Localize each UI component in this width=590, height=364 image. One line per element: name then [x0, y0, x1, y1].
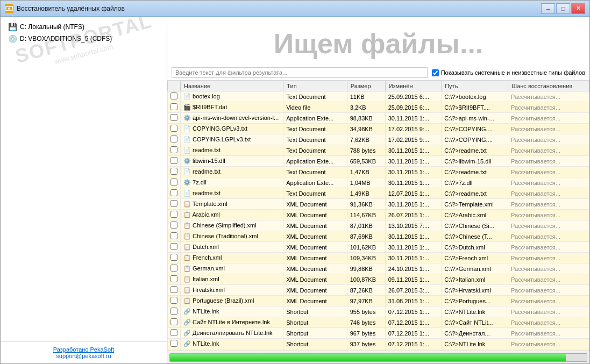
table-row[interactable]: 📄 COPYING.GPLv3.txtText Document34,98KB1…	[168, 124, 589, 134]
col-path[interactable]: Путь	[442, 81, 508, 91]
filter-input[interactable]	[172, 67, 428, 78]
file-chance: Рассчитывается...	[508, 339, 589, 349]
row-checkbox[interactable]	[170, 286, 177, 293]
table-row[interactable]: 🎬 $RII9BFT.datVideo file3,2KB25.09.2015 …	[168, 102, 589, 113]
table-row[interactable]: 📄 COPYING.LGPLv3.txtText Document7,62KB1…	[168, 134, 589, 145]
show-system-checkbox[interactable]	[432, 69, 439, 76]
table-row[interactable]: ⚙️ 7z.dllApplication Exte...1,04MB30.11.…	[168, 177, 589, 188]
row-checkbox[interactable]	[170, 340, 177, 347]
file-type: Shortcut	[283, 317, 347, 328]
file-chance: Рассчитывается...	[508, 113, 589, 124]
row-checkbox[interactable]	[170, 92, 177, 99]
table-header-row: Название Тип Размер Изменён Путь Шанс во…	[168, 81, 589, 91]
table-row[interactable]: 🔗 NTLite.lnkShortcut955 bytes07.12.2015 …	[168, 306, 589, 317]
row-checkbox[interactable]	[170, 125, 177, 132]
table-row[interactable]: 📋 Dutch.xmlXML Document101,62KB30.11.201…	[168, 242, 589, 253]
file-date: 30.11.2015 1:...	[385, 113, 442, 124]
maximize-button[interactable]: □	[556, 3, 570, 14]
support-email: support@pekasoft.ru	[56, 353, 111, 359]
file-table-container[interactable]: Название Тип Размер Изменён Путь Шанс во…	[167, 81, 589, 351]
col-type[interactable]: Тип	[283, 81, 347, 91]
drive-item-d[interactable]: 💿 D: VBOXADDITIONS_5 (CDFS)	[5, 33, 162, 45]
row-checkbox[interactable]	[170, 243, 177, 250]
file-name: 📋 Chinese (Simplified).xml	[181, 220, 283, 231]
table-row[interactable]: 🔗 NTLite.lnkShortcut937 bytes07.12.2015 …	[168, 339, 589, 349]
row-checkbox[interactable]	[170, 297, 177, 304]
col-chance[interactable]: Шанс восстановления	[508, 81, 589, 91]
table-row[interactable]: 📋 German.xmlXML Document99,88KB24.10.201…	[168, 263, 589, 274]
row-checkbox[interactable]	[170, 168, 177, 175]
table-row[interactable]: 🔗 Сайт NTLite в Интернете.lnkShortcut746…	[168, 317, 589, 328]
file-date: 26.07.2015 1:...	[385, 210, 442, 220]
col-size[interactable]: Размер	[347, 81, 385, 91]
file-size: 34,98KB	[347, 124, 385, 134]
file-chance: Рассчитывается...	[508, 102, 589, 113]
file-size: 109,34KB	[347, 253, 385, 263]
file-type: XML Document	[283, 242, 347, 253]
app-icon	[5, 4, 13, 13]
row-checkbox[interactable]	[170, 179, 177, 185]
table-row[interactable]: 📄 bootex.logText Document11KB25.09.2015 …	[168, 91, 589, 102]
table-row[interactable]: 📄 readme.txtText Document788 bytes30.11.…	[168, 145, 589, 156]
file-name: 📋 Hrvatski.xml	[181, 285, 283, 296]
file-name: 📋 Italian.xml	[181, 274, 283, 285]
table-row[interactable]: 📋 Arabic.xmlXML Document114,67KB26.07.20…	[168, 210, 589, 220]
table-row[interactable]: 🔗 Деинсталлировать NTLite.lnkShortcut967…	[168, 328, 589, 339]
row-checkbox[interactable]	[170, 189, 177, 196]
file-type: Text Document	[283, 134, 347, 145]
row-checkbox[interactable]	[170, 265, 177, 272]
show-system-label[interactable]: Показывать системные и неизвестные типы …	[432, 69, 585, 76]
file-path: C:\?>Portugues...	[442, 296, 508, 306]
row-checkbox[interactable]	[170, 114, 177, 121]
drive-item-c[interactable]: 💾 C: Локальный (NTFS)	[5, 21, 162, 33]
file-type-icon: ⚙️	[183, 115, 193, 121]
file-size: 3,2KB	[347, 102, 385, 113]
table-row[interactable]: 📋 Hrvatski.xmlXML Document87,26KB26.07.2…	[168, 285, 589, 296]
file-type: Text Document	[283, 145, 347, 156]
file-type-icon: 🎬	[183, 104, 193, 110]
row-checkbox[interactable]	[170, 157, 177, 164]
table-row[interactable]: 📄 readme.txtText Document1,47KB30.11.201…	[168, 167, 589, 177]
row-checkbox[interactable]	[170, 146, 177, 153]
table-row[interactable]: 📋 Chinese (Simplified).xmlXML Document87…	[168, 220, 589, 231]
file-chance: Рассчитывается...	[508, 253, 589, 263]
col-name[interactable]: Название	[181, 81, 283, 91]
table-row[interactable]: ⚙️ api-ms-win-downlevel-version-l...Appl…	[168, 113, 589, 124]
row-checkbox[interactable]	[170, 135, 177, 142]
table-row[interactable]: 📋 Portuguese (Brazil).xmlXML Document97,…	[168, 296, 589, 306]
row-checkbox[interactable]	[170, 308, 177, 315]
svg-point-1	[8, 8, 10, 10]
file-name: 🔗 Сайт NTLite в Интернете.lnk	[181, 317, 283, 328]
row-checkbox[interactable]	[170, 103, 177, 110]
table-row[interactable]: 📋 French.xmlXML Document109,34KB30.11.20…	[168, 253, 589, 263]
table-row[interactable]: 📋 Template.xmlXML Document91,36KB30.11.2…	[168, 199, 589, 210]
file-chance: Рассчитывается...	[508, 145, 589, 156]
file-date: 07.12.2015 1:...	[385, 328, 442, 339]
row-checkbox[interactable]	[170, 329, 177, 336]
close-button[interactable]: ✕	[571, 3, 585, 14]
developer-link[interactable]: Разработано PekaSoft	[53, 346, 114, 353]
file-table: Название Тип Размер Изменён Путь Шанс во…	[167, 81, 589, 351]
file-date: 30.11.2015 1:...	[385, 253, 442, 263]
file-chance: Рассчитывается...	[508, 91, 589, 102]
file-chance: Рассчитывается...	[508, 317, 589, 328]
file-chance: Рассчитывается...	[508, 220, 589, 231]
file-date: 30.11.2015 1:...	[385, 199, 442, 210]
row-checkbox[interactable]	[170, 318, 177, 325]
row-checkbox[interactable]	[170, 275, 177, 282]
titlebar: Восстановитель удалённых файлов – □ ✕	[1, 1, 589, 17]
table-row[interactable]: 📋 Chinese (Traditional).xmlXML Document8…	[168, 231, 589, 242]
row-checkbox[interactable]	[170, 211, 177, 218]
row-checkbox[interactable]	[170, 222, 177, 229]
table-row[interactable]: ⚙️ libwim-15.dllApplication Exte...659,5…	[168, 156, 589, 167]
file-chance: Рассчитывается...	[508, 306, 589, 317]
table-row[interactable]: 📋 Italian.xmlXML Document100,87KB09.11.2…	[168, 274, 589, 285]
status-bar	[167, 351, 589, 363]
col-date[interactable]: Изменён	[385, 81, 442, 91]
row-checkbox[interactable]	[170, 254, 177, 261]
file-size: 87,69KB	[347, 231, 385, 242]
row-checkbox[interactable]	[170, 200, 177, 207]
row-checkbox[interactable]	[170, 232, 177, 239]
table-row[interactable]: 📄 readme.txtText Document1,49KB12.07.201…	[168, 188, 589, 199]
minimize-button[interactable]: –	[541, 3, 555, 14]
